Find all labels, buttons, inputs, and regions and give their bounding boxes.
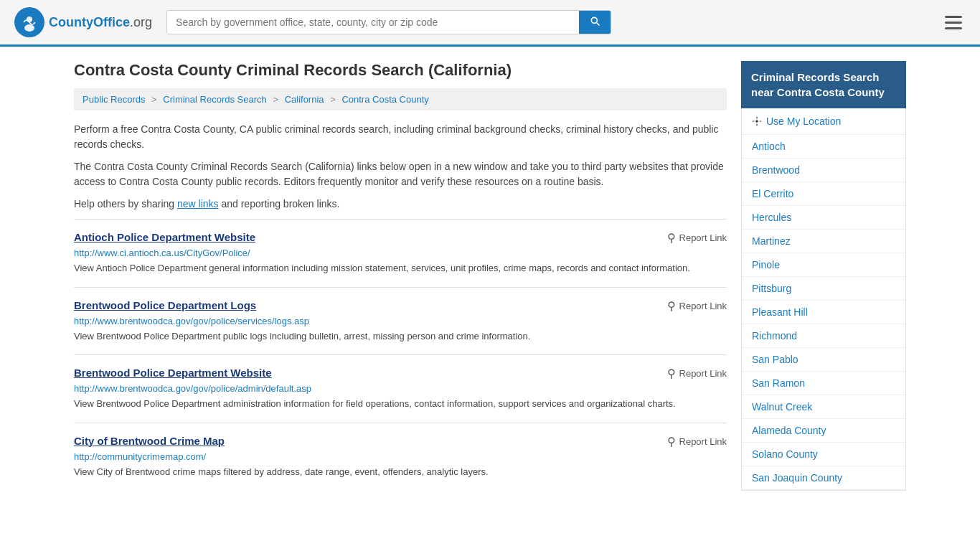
menu-button[interactable] — [941, 12, 966, 33]
report-icon: ⚲ — [667, 367, 676, 380]
result-url[interactable]: http://communitycrimemap.com/ — [74, 451, 727, 462]
report-label: Report Link — [679, 301, 727, 311]
search-container — [166, 10, 611, 34]
result-title-row: Brentwood Police Department Website ⚲ Re… — [74, 367, 727, 380]
sidebar-link[interactable]: Solano County — [742, 443, 905, 466]
sidebar-link[interactable]: Alameda County — [742, 419, 905, 443]
sidebar-link[interactable]: Walnut Creek — [742, 395, 905, 419]
site-header: CountyOffice.org — [0, 0, 980, 47]
sidebar-link[interactable]: El Cerrito — [742, 182, 905, 206]
use-my-location[interactable]: Use My Location — [742, 108, 905, 135]
logo-icon — [14, 7, 44, 37]
desc3-pre: Help others by sharing — [74, 198, 177, 209]
sidebar-link[interactable]: San Ramon — [742, 372, 905, 395]
logo-suffix: .org — [130, 15, 152, 29]
sidebar-link[interactable]: San Joaquin County — [742, 466, 905, 490]
result-title[interactable]: Antioch Police Department Website — [74, 231, 255, 243]
result-title[interactable]: Brentwood Police Department Website — [74, 367, 272, 379]
page-title: Contra Costa County Criminal Records Sea… — [74, 61, 727, 80]
sidebar-link[interactable]: Pinole — [742, 253, 905, 277]
description-1: Perform a free Contra Costa County, CA p… — [74, 122, 727, 152]
result-title-row: Antioch Police Department Website ⚲ Repo… — [74, 231, 727, 245]
report-label: Report Link — [679, 232, 727, 243]
desc3-post: and reporting broken links. — [219, 198, 340, 209]
report-link[interactable]: ⚲ Report Link — [667, 435, 727, 448]
result-item: City of Brentwood Crime Map ⚲ Report Lin… — [74, 423, 727, 491]
report-icon: ⚲ — [667, 231, 676, 245]
result-title-row: City of Brentwood Crime Map ⚲ Report Lin… — [74, 435, 727, 448]
breadcrumb-sep2: > — [273, 94, 281, 105]
result-item: Brentwood Police Department Logs ⚲ Repor… — [74, 287, 727, 355]
content-wrapper: Contra Costa County Criminal Records Sea… — [60, 47, 920, 505]
result-title[interactable]: Brentwood Police Department Logs — [74, 299, 256, 311]
new-links-link[interactable]: new links — [177, 198, 219, 209]
use-location-label: Use My Location — [766, 116, 841, 127]
search-button[interactable] — [579, 11, 611, 34]
description-2: The Contra Costa County Criminal Records… — [74, 159, 727, 189]
sidebar-link[interactable]: San Pablo — [742, 348, 905, 372]
svg-point-3 — [755, 120, 758, 123]
breadcrumb-sep1: > — [151, 94, 159, 105]
sidebar-title: Criminal Records Search near Contra Cost… — [741, 61, 906, 108]
svg-point-2 — [24, 24, 34, 32]
logo-text: CountyOffice.org — [49, 15, 152, 30]
result-desc: View Brentwood Police Department adminis… — [74, 397, 727, 411]
result-item: Brentwood Police Department Website ⚲ Re… — [74, 354, 727, 423]
breadcrumb-public-records[interactable]: Public Records — [83, 94, 145, 105]
result-url[interactable]: http://www.brentwoodca.gov/gov/police/ad… — [74, 383, 727, 394]
sidebar-link[interactable]: Martinez — [742, 230, 905, 253]
result-title-row: Brentwood Police Department Logs ⚲ Repor… — [74, 299, 727, 313]
report-label: Report Link — [679, 436, 727, 447]
logo[interactable]: CountyOffice.org — [14, 7, 152, 37]
breadcrumb: Public Records > Criminal Records Search… — [74, 88, 727, 110]
sidebar-link[interactable]: Brentwood — [742, 159, 905, 182]
sidebar-link[interactable]: Hercules — [742, 206, 905, 230]
report-icon: ⚲ — [667, 435, 676, 448]
result-item: Antioch Police Department Website ⚲ Repo… — [74, 219, 727, 287]
sidebar-content: Use My Location AntiochBrentwoodEl Cerri… — [741, 108, 906, 491]
breadcrumb-sep3: > — [330, 94, 338, 105]
logo-name: CountyOffice — [49, 15, 130, 29]
sidebar: Criminal Records Search near Contra Cost… — [741, 61, 906, 491]
result-title[interactable]: City of Brentwood Crime Map — [74, 435, 225, 447]
description-3: Help others by sharing new links and rep… — [74, 197, 727, 212]
result-desc: View City of Brentwood crime maps filter… — [74, 465, 727, 479]
breadcrumb-criminal-records-search[interactable]: Criminal Records Search — [163, 94, 267, 105]
sidebar-links-container: AntiochBrentwoodEl CerritoHerculesMartin… — [742, 135, 905, 490]
report-link[interactable]: ⚲ Report Link — [667, 367, 727, 380]
result-url[interactable]: http://www.brentwoodca.gov/gov/police/se… — [74, 316, 727, 326]
sidebar-link[interactable]: Richmond — [742, 324, 905, 348]
breadcrumb-california[interactable]: California — [285, 94, 324, 105]
sidebar-link[interactable]: Antioch — [742, 135, 905, 159]
result-desc: View Brentwood Police Department public … — [74, 329, 727, 344]
report-icon: ⚲ — [667, 299, 676, 313]
sidebar-link[interactable]: Pittsburg — [742, 277, 905, 301]
main-content: Contra Costa County Criminal Records Sea… — [74, 61, 727, 491]
sidebar-link[interactable]: Pleasant Hill — [742, 301, 905, 324]
result-desc: View Antioch Police Department general i… — [74, 261, 727, 276]
report-label: Report Link — [679, 368, 727, 379]
search-input[interactable] — [167, 11, 579, 34]
breadcrumb-contra-costa[interactable]: Contra Costa County — [341, 94, 428, 105]
report-link[interactable]: ⚲ Report Link — [667, 299, 727, 313]
results-list: Antioch Police Department Website ⚲ Repo… — [74, 219, 727, 490]
report-link[interactable]: ⚲ Report Link — [667, 231, 727, 245]
result-url[interactable]: http://www.ci.antioch.ca.us/CityGov/Poli… — [74, 248, 727, 258]
